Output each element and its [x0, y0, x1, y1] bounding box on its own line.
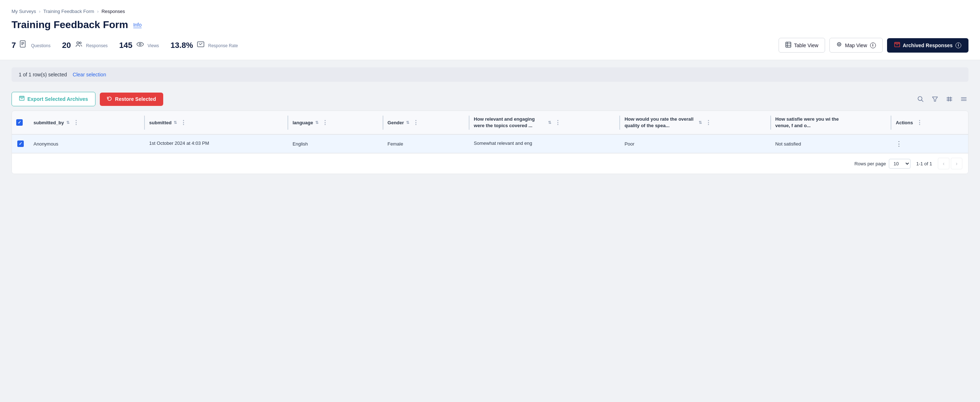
map-view-label: Map View [845, 43, 867, 48]
questions-number: 7 [11, 41, 16, 50]
stat-questions: 7 Questions [11, 40, 51, 50]
breadcrumb-sep-1: › [39, 9, 40, 14]
map-view-button[interactable]: Map View i [829, 38, 882, 52]
questions-icon [19, 40, 27, 50]
export-archives-button[interactable]: Export Selected Archives [11, 92, 95, 106]
cell-venue: Not satisfied [771, 134, 892, 153]
relevant-sort-icon[interactable]: ⇅ [548, 120, 551, 125]
data-table: ✓ submitted_by ⇅ ⋮ submitted [12, 111, 968, 153]
submitted-col-dots[interactable]: ⋮ [179, 119, 188, 126]
svg-line-22 [922, 100, 923, 102]
toolbar-left: Export Selected Archives Restore Selecte… [11, 92, 163, 106]
breadcrumb-my-surveys[interactable]: My Surveys [11, 9, 36, 14]
svg-point-13 [837, 43, 841, 46]
next-page-button[interactable]: › [951, 158, 963, 169]
toolbar-right [916, 94, 969, 104]
clear-selection-link[interactable]: Clear selection [73, 72, 106, 78]
relevant-col-dots[interactable]: ⋮ [554, 119, 562, 126]
actions-col-dots[interactable]: ⋮ [915, 119, 924, 126]
cell-submitted-by: Anonymous [29, 134, 145, 153]
cell-relevant: Somewhat relevant and eng [469, 134, 620, 153]
breadcrumb-form[interactable]: Training Feedback Form [43, 9, 94, 14]
language-col-dots[interactable]: ⋮ [321, 119, 329, 126]
views-text: Views [148, 43, 159, 48]
pagination-row: Rows per page 10 5 20 50 100 1-1 of 1 ‹ … [12, 153, 968, 174]
columns-button[interactable] [945, 94, 954, 104]
cell-submitted: 1st October 2024 at 4:03 PM [145, 134, 288, 153]
breadcrumb-sep-2: › [97, 9, 99, 14]
restore-icon [107, 96, 112, 102]
gender-sort-icon[interactable]: ⇅ [406, 120, 409, 125]
archived-responses-button[interactable]: Archived Responses i [887, 38, 969, 52]
top-card: My Surveys › Training Feedback Form › Re… [0, 0, 980, 60]
col-venue-label: How satisfie were you wi the venue, f an… [775, 116, 847, 129]
svg-point-5 [79, 42, 81, 44]
col-satisfied-venue: How satisfie were you wi the venue, f an… [771, 111, 892, 134]
cell-quality: Poor [620, 134, 771, 153]
col-language-label: language [293, 120, 313, 126]
export-label: Export Selected Archives [27, 96, 88, 102]
header-checkbox[interactable]: ✓ [16, 119, 23, 126]
language-sort-icon[interactable]: ⇅ [315, 120, 318, 125]
row-checkbox-cell: ✓ [12, 134, 29, 153]
svg-rect-9 [786, 42, 791, 47]
rows-per-page-label: Rows per page [854, 161, 886, 167]
rows-per-page: Rows per page 10 5 20 50 100 [854, 159, 910, 168]
stat-views: 145 Views [119, 40, 159, 50]
svg-point-4 [77, 42, 79, 44]
svg-rect-19 [19, 96, 24, 97]
pagination-info: 1-1 of 1 [916, 161, 932, 167]
page-title: Training Feedback Form [11, 19, 128, 31]
prev-page-button[interactable]: ‹ [938, 158, 950, 169]
restore-selected-button[interactable]: Restore Selected [100, 92, 163, 106]
breadcrumb-current: Responses [102, 9, 125, 14]
quality-col-dots[interactable]: ⋮ [704, 119, 713, 126]
col-gender-label: Gender [388, 120, 404, 126]
responses-label: Responses [86, 43, 108, 48]
top-actions: Table View Map View i [779, 38, 969, 52]
info-link[interactable]: Info [133, 22, 142, 28]
export-icon [19, 96, 24, 102]
views-label: Views [148, 43, 159, 48]
gender-col-dots[interactable]: ⋮ [412, 119, 420, 126]
map-view-icon [836, 42, 842, 49]
quality-sort-icon[interactable]: ⇅ [698, 120, 702, 125]
svg-point-14 [838, 44, 840, 45]
table-view-button[interactable]: Table View [779, 38, 825, 52]
cell-gender: Female [383, 134, 470, 153]
table-wrapper: ✓ submitted_by ⇅ ⋮ submitted [11, 111, 969, 174]
questions-text: Questions [31, 43, 51, 48]
header-row: ✓ submitted_by ⇅ ⋮ submitted [12, 111, 968, 134]
svg-rect-16 [895, 42, 900, 43]
relevant-value: Somewhat relevant and eng [474, 140, 532, 146]
cell-actions: ⋮ [891, 134, 968, 153]
submitted-by-sort-icon[interactable]: ⇅ [66, 120, 70, 125]
col-submitted-label: submitted [149, 120, 172, 126]
filter-button[interactable] [930, 94, 940, 104]
col-language: language ⇅ ⋮ [288, 111, 383, 134]
submitted-by-col-dots[interactable]: ⋮ [72, 119, 80, 126]
submitted-sort-icon[interactable]: ⇅ [173, 120, 177, 125]
views-number: 145 [119, 41, 133, 50]
stat-response-rate: 13.8% Response Rate [170, 40, 238, 50]
table-row: ✓ Anonymous 1st October 2024 at 4:03 PM … [12, 134, 968, 153]
table-body: ✓ Anonymous 1st October 2024 at 4:03 PM … [12, 134, 968, 153]
header-checkbox-cell: ✓ [12, 111, 29, 134]
rows-per-page-select[interactable]: 10 5 20 50 100 [889, 159, 910, 168]
row-actions-button[interactable]: ⋮ [896, 140, 902, 147]
stats-row: 7 Questions 20 [11, 40, 238, 50]
response-rate-text: Response Rate [208, 43, 238, 48]
col-gender: Gender ⇅ ⋮ [383, 111, 470, 134]
table-view-label: Table View [794, 43, 818, 48]
search-button[interactable] [916, 94, 925, 104]
svg-marker-23 [932, 97, 937, 101]
cell-language: English [288, 134, 383, 153]
responses-icon [75, 40, 83, 50]
more-options-button[interactable] [959, 94, 969, 104]
archived-responses-label: Archived Responses [903, 43, 953, 48]
row-checkbox[interactable]: ✓ [17, 140, 24, 147]
table-header: ✓ submitted_by ⇅ ⋮ submitted [12, 111, 968, 134]
pagination-nav: ‹ › [938, 158, 963, 169]
col-submitted: submitted ⇅ ⋮ [145, 111, 288, 134]
stat-responses: 20 Responses [62, 40, 108, 50]
